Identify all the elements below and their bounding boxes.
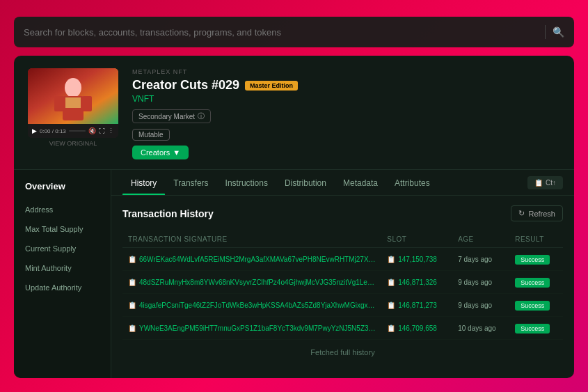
success-badge-1: Success <box>515 278 550 288</box>
creators-label: Creators <box>141 148 170 157</box>
tx-result-2: Success <box>509 294 563 317</box>
col-slot: SLOT <box>381 231 452 248</box>
fetched-history-label: Fetched full history <box>122 340 563 365</box>
tx-signature-2[interactable]: 📋4isgafePCsniTge46tZ2FJoTdWkBe3wHpKSSA4b… <box>122 294 381 317</box>
metaplex-label: METAPLEX NFT <box>132 68 560 75</box>
tab-metadata[interactable]: Metadata <box>335 170 386 195</box>
master-edition-badge: Master Edition <box>245 81 298 91</box>
tx-slot-3: 📋146,709,658 <box>381 317 452 340</box>
sidebar-item-update-authority[interactable]: Update Authority <box>14 278 111 297</box>
tx-slot-2: 📋146,871,273 <box>381 294 452 317</box>
transaction-table: TRANSACTION SIGNATURE SLOT AGE RESULT 📋6… <box>122 231 563 340</box>
sidebar: Overview Address Max Total Supply Curren… <box>14 170 111 378</box>
tab-history[interactable]: History <box>122 170 165 195</box>
tx-header-row: Transaction History ↻ Refresh <box>122 205 563 221</box>
tx-signature-0[interactable]: 📋66WrEKac64WdLvfA5REiMSH2MrgA3afXMAVa67v… <box>122 248 381 271</box>
nft-title-row: Creator Cuts #029 Master Edition <box>132 78 560 93</box>
search-input[interactable] <box>24 27 538 38</box>
video-thumbnail: ▶ 0:00 / 0:13 🔇 ⛶ ⋮ <box>28 68 118 138</box>
copy-top-button[interactable]: 📋 Ct↑ <box>527 176 563 189</box>
nft-title: Creator Cuts #029 <box>132 78 239 93</box>
tx-result-3: Success <box>509 317 563 340</box>
tx-result-1: Success <box>509 271 563 294</box>
slot-copy-icon-0[interactable]: 📋 <box>387 256 395 263</box>
tx-age-2: 9 days ago <box>452 294 509 317</box>
tab-distribution[interactable]: Distribution <box>276 170 335 195</box>
play-button[interactable]: ▶ <box>32 127 37 134</box>
col-result: RESULT <box>509 231 563 248</box>
tx-signature-3[interactable]: 📋YWNeE3AEngPM59iHT7mnuGxPS1Z1baF8YcT3kdv… <box>122 317 381 340</box>
slot-copy-icon-1[interactable]: 📋 <box>387 279 395 286</box>
tx-title: Transaction History <box>122 208 214 219</box>
table-row: 📋4isgafePCsniTge46tZ2FJoTdWkBe3wHpKSSA4b… <box>122 294 563 317</box>
video-image <box>28 68 118 124</box>
tx-slot-0: 📋147,150,738 <box>381 248 452 271</box>
tx-age-0: 7 days ago <box>452 248 509 271</box>
success-badge-0: Success <box>515 255 550 265</box>
search-icon[interactable]: 🔍 <box>553 26 564 38</box>
col-signature: TRANSACTION SIGNATURE <box>122 231 381 248</box>
sidebar-item-mint-authority[interactable]: Mint Authority <box>14 258 111 278</box>
refresh-icon: ↻ <box>518 209 525 218</box>
tx-result-0: Success <box>509 248 563 271</box>
progress-bar[interactable] <box>69 130 86 132</box>
search-bar: 🔍 <box>14 17 574 47</box>
copy-icon-2[interactable]: 📋 <box>128 301 136 309</box>
secondary-market-badge: Secondary Market ⓘ <box>132 109 211 123</box>
sidebar-item-current-supply[interactable]: Current Supply <box>14 239 111 258</box>
video-controls: ▶ 0:00 / 0:13 🔇 ⛶ ⋮ <box>28 124 118 138</box>
svg-rect-5 <box>65 97 81 108</box>
tag-row: Secondary Market ⓘ <box>132 109 560 123</box>
sidebar-item-max-supply[interactable]: Max Total Supply <box>14 219 111 239</box>
tx-age-3: 10 days ago <box>452 317 509 340</box>
info-icon: ⓘ <box>198 111 205 121</box>
col-age: AGE <box>452 231 509 248</box>
refresh-label: Refresh <box>528 210 555 218</box>
nft-info: METAPLEX NFT Creator Cuts #029 Master Ed… <box>132 68 560 159</box>
svg-rect-4 <box>82 96 92 111</box>
tab-instructions[interactable]: Instructions <box>217 170 276 195</box>
copy-icon-top: 📋 <box>534 179 543 187</box>
video-player: ▶ 0:00 / 0:13 🔇 ⛶ ⋮ VIEW ORIGINAL <box>28 68 118 147</box>
search-divider <box>545 25 546 39</box>
svg-rect-3 <box>54 96 64 111</box>
slot-copy-icon-3[interactable]: 📋 <box>387 324 395 332</box>
tab-transfers[interactable]: Transfers <box>165 170 216 195</box>
copy-icon-3[interactable]: 📋 <box>128 324 136 332</box>
tx-signature-1[interactable]: 📋48dSZRuMnyHx8m8YWv68nKVsyvrZClhfPz4o4Gj… <box>122 271 381 294</box>
creators-button[interactable]: Creators ▼ <box>132 146 189 159</box>
slot-copy-icon-2[interactable]: 📋 <box>387 301 395 309</box>
chevron-down-icon: ▼ <box>173 148 180 157</box>
tx-age-1: 9 days ago <box>452 271 509 294</box>
success-badge-3: Success <box>515 324 550 334</box>
nft-header: ▶ 0:00 / 0:13 🔇 ⛶ ⋮ VIEW ORIGINAL METAPL… <box>14 56 574 170</box>
svg-point-1 <box>65 78 81 97</box>
tabs-row: History Transfers Instructions Distribut… <box>111 170 574 196</box>
video-icon-more[interactable]: ⋮ <box>108 127 114 134</box>
mutable-badge: Mutable <box>132 129 170 141</box>
tx-slot-1: 📋146,871,326 <box>381 271 452 294</box>
sidebar-title: Overview <box>14 181 111 200</box>
main-content: History Transfers Instructions Distribut… <box>111 170 574 378</box>
copy-icon-0[interactable]: 📋 <box>128 256 136 263</box>
sidebar-item-address[interactable]: Address <box>14 200 111 219</box>
body-layout: Overview Address Max Total Supply Curren… <box>14 170 574 378</box>
table-row: 📋48dSZRuMnyHx8m8YWv68nKVsyvrZClhfPz4o4Gj… <box>122 271 563 294</box>
video-time: 0:00 / 0:13 <box>40 128 66 134</box>
copy-icon-1[interactable]: 📋 <box>128 279 136 286</box>
vnft-label: VNFT <box>132 94 560 104</box>
view-original-link[interactable]: VIEW ORIGINAL <box>28 140 118 147</box>
video-icon-mute[interactable]: 🔇 <box>88 127 96 134</box>
table-row: 📋YWNeE3AEngPM59iHT7mnuGxPS1Z1baF8YcT3kdv… <box>122 317 563 340</box>
main-card: ▶ 0:00 / 0:13 🔇 ⛶ ⋮ VIEW ORIGINAL METAPL… <box>14 56 574 378</box>
tab-attributes[interactable]: Attributes <box>386 170 438 195</box>
success-badge-2: Success <box>515 301 550 311</box>
video-icon-fullscreen[interactable]: ⛶ <box>99 127 105 134</box>
tx-content: Transaction History ↻ Refresh TRANSACTIO… <box>111 196 574 378</box>
copy-label: Ct↑ <box>546 179 556 187</box>
table-row: 📋66WrEKac64WdLvfA5REiMSH2MrgA3afXMAVa67v… <box>122 248 563 271</box>
refresh-button[interactable]: ↻ Refresh <box>511 205 563 221</box>
